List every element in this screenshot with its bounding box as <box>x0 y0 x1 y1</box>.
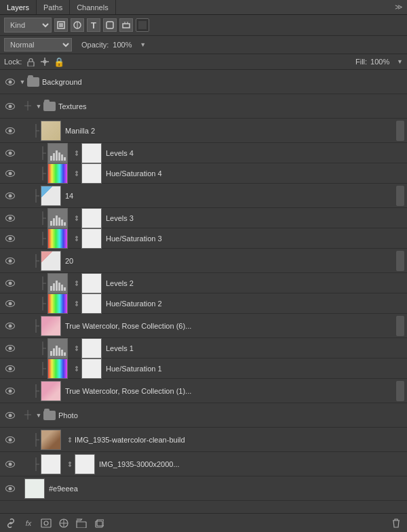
visibility-toggle[interactable] <box>3 184 18 207</box>
svg-rect-18 <box>64 157 66 161</box>
shape-filter-icon[interactable] <box>103 18 117 32</box>
layer-row[interactable]: #e9eeea <box>0 476 407 501</box>
lock-position-icon[interactable] <box>39 56 50 67</box>
svg-rect-37 <box>41 519 51 527</box>
svg-rect-4 <box>106 22 113 28</box>
visibility-toggle[interactable] <box>3 143 18 163</box>
blending-mode-row: Normal Opacity: 100% ▼ <box>0 36 407 54</box>
layer-row[interactable]: Levels 2 <box>0 273 407 293</box>
visibility-toggle[interactable] <box>3 476 18 500</box>
visibility-toggle[interactable] <box>3 208 18 228</box>
new-layer-icon[interactable] <box>92 516 106 530</box>
smart-filter-icon[interactable] <box>119 18 133 32</box>
layer-row[interactable]: Levels 3 <box>0 208 407 228</box>
link-layers-icon[interactable] <box>4 516 18 530</box>
visibility-toggle[interactable] <box>3 359 18 378</box>
layer-row[interactable]: Levels 1 <box>0 338 407 359</box>
visibility-toggle[interactable] <box>3 379 18 403</box>
layer-row[interactable]: True Watercolor, Rose Collection (6)... <box>0 314 407 338</box>
visibility-toggle[interactable] <box>3 70 18 94</box>
tab-channels[interactable]: Channels <box>70 0 115 14</box>
expand-chevron-icon[interactable]: ▼ <box>34 102 43 111</box>
mask-thumbnail <box>75 454 95 474</box>
svg-rect-33 <box>56 346 58 356</box>
layer-row[interactable]: Manilla 2 <box>0 119 407 143</box>
lock-pixels-icon[interactable] <box>25 56 36 67</box>
layer-row[interactable]: Hue/Saturation 1 <box>0 359 407 379</box>
layer-name: Levels 4 <box>106 149 404 157</box>
visibility-toggle[interactable] <box>3 338 18 358</box>
text-filter-icon[interactable]: T <box>87 18 100 32</box>
blending-mode-select[interactable]: Normal <box>4 38 72 52</box>
svg-rect-31 <box>50 351 52 356</box>
layer-row[interactable]: Levels 4 <box>0 143 407 163</box>
visibility-toggle[interactable] <box>3 94 18 118</box>
lock-row: Lock: 🔒 Fill: 100% ▼ <box>0 54 407 70</box>
svg-rect-24 <box>64 222 66 226</box>
visibility-toggle[interactable] <box>3 163 18 183</box>
visibility-toggle[interactable] <box>3 273 18 293</box>
kind-select[interactable]: Kind <box>4 18 52 33</box>
mask-thumbnail <box>81 359 102 379</box>
delete-layer-icon[interactable] <box>389 516 403 530</box>
tab-paths[interactable]: Paths <box>37 0 70 14</box>
visibility-toggle[interactable] <box>3 228 18 248</box>
layer-row[interactable]: Hue/Saturation 3 <box>0 228 407 249</box>
layer-name: Levels 3 <box>106 214 404 222</box>
adjustment-thumbnail <box>47 163 68 184</box>
svg-rect-17 <box>61 155 63 161</box>
layer-row[interactable]: IMG_1935-watercolor-clean-build <box>0 428 407 452</box>
fx-icon[interactable]: fx <box>22 516 35 530</box>
scroll-indicator <box>396 186 404 206</box>
add-mask-icon[interactable] <box>39 516 53 530</box>
tab-layers[interactable]: Layers <box>0 0 37 14</box>
clip-indicator <box>38 167 47 180</box>
pixel-filter-icon[interactable] <box>54 18 68 32</box>
mask-thumbnail <box>81 273 102 293</box>
panel-menu-icon[interactable]: ≫ <box>391 3 407 12</box>
group-link-icon <box>24 101 34 112</box>
visibility-toggle[interactable] <box>3 249 18 272</box>
layer-row[interactable]: IMG_1935-3000x2000... <box>0 452 407 476</box>
opacity-value[interactable]: 100% <box>113 41 136 49</box>
visibility-toggle[interactable] <box>3 293 18 313</box>
visibility-toggle[interactable] <box>3 428 18 451</box>
adjustment-thumbnail <box>47 338 68 359</box>
new-fill-adj-icon[interactable] <box>57 516 71 530</box>
svg-rect-8 <box>138 21 147 29</box>
layer-name: Hue/Saturation 3 <box>106 234 404 243</box>
layer-thumbnail <box>41 430 61 450</box>
svg-rect-35 <box>61 350 63 356</box>
visibility-toggle[interactable] <box>3 119 18 142</box>
svg-rect-15 <box>56 150 58 161</box>
expand-chevron-icon[interactable]: ▼ <box>18 77 27 87</box>
fill-value[interactable]: 100% <box>370 58 393 66</box>
mask-thumbnail <box>81 208 102 228</box>
fill-arrow[interactable]: ▼ <box>397 58 403 65</box>
layer-thumbnail <box>41 454 61 474</box>
lock-all-icon[interactable]: 🔒 <box>54 56 64 67</box>
layer-row[interactable]: 14 <box>0 184 407 208</box>
layer-row[interactable]: True Watercolor, Rose Collection (1)... <box>0 379 407 403</box>
layer-row[interactable]: 20 <box>0 249 407 273</box>
layer-row[interactable]: ▼Background <box>0 70 407 94</box>
link-icon <box>72 279 81 288</box>
link-icon <box>65 435 75 445</box>
visibility-toggle[interactable] <box>3 452 18 476</box>
fill-filter-icon[interactable] <box>136 18 149 32</box>
clip-indicator <box>38 362 47 375</box>
layer-name: Photo <box>58 411 404 420</box>
new-group-icon[interactable] <box>75 516 88 530</box>
layer-name: True Watercolor, Rose Collection (6)... <box>65 322 393 330</box>
layer-row[interactable]: Hue/Saturation 2 <box>0 293 407 314</box>
visibility-toggle[interactable] <box>3 403 18 427</box>
layer-row[interactable]: ▼Textures <box>0 94 407 119</box>
layer-row[interactable]: Hue/Saturation 4 <box>0 163 407 184</box>
svg-rect-27 <box>56 281 58 291</box>
layer-row[interactable]: ▼Photo <box>0 403 407 428</box>
visibility-toggle[interactable] <box>3 314 18 337</box>
layer-thumbnail <box>24 478 45 499</box>
opacity-arrow[interactable]: ▼ <box>140 41 146 48</box>
expand-chevron-icon[interactable]: ▼ <box>34 411 43 420</box>
adjustment-filter-icon[interactable] <box>71 18 84 32</box>
